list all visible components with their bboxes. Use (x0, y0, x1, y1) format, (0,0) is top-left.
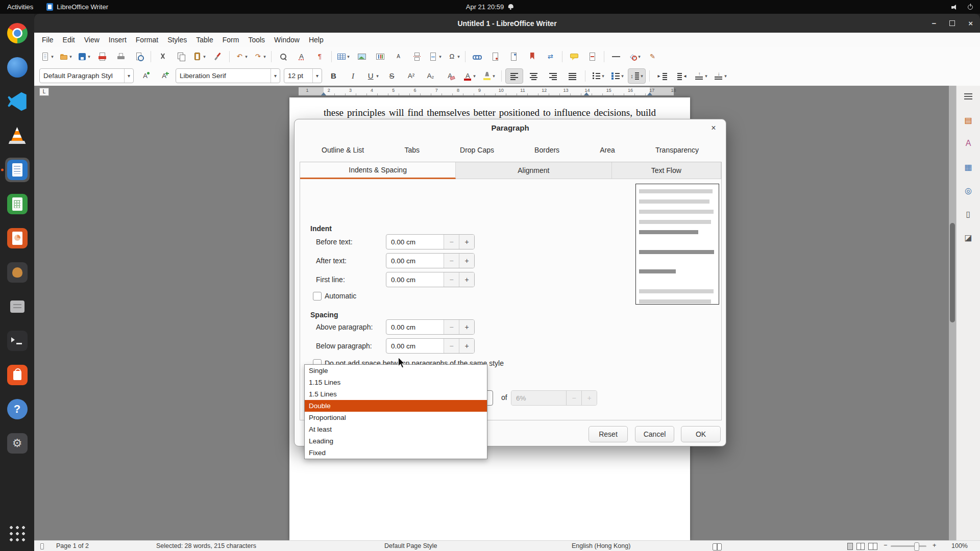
maximize-button[interactable] (949, 20, 955, 26)
dock-item-calc[interactable] (5, 192, 30, 216)
menu-item-help[interactable]: Help (304, 34, 328, 45)
document-status-icon[interactable] (39, 543, 46, 551)
dialog-close-button[interactable]: × (707, 122, 720, 134)
after-text-value[interactable]: 0.00 cm (386, 254, 444, 268)
navigator-button[interactable]: ◎ (961, 183, 976, 198)
tab-outline-list[interactable]: Outline & List (317, 144, 368, 156)
below-paragraph-value[interactable]: 0.00 cm (386, 339, 444, 353)
dialog-title[interactable]: Paragraph (295, 123, 726, 132)
insert-footnote-button[interactable] (486, 49, 504, 64)
menu-item-view[interactable]: View (80, 34, 104, 45)
window-titlebar[interactable]: Untitled 1 - LibreOffice Writer − × (34, 14, 980, 33)
menu-item-table[interactable]: Table (191, 34, 217, 45)
basic-shapes-button[interactable]: ◇▾ (625, 49, 643, 64)
chevron-down-icon[interactable]: ▾ (312, 69, 322, 83)
menu-item-window[interactable]: Window (270, 34, 304, 45)
line-spacing-option-1-15-lines[interactable]: 1.15 Lines (305, 377, 487, 388)
align-justify-button[interactable] (564, 68, 581, 84)
insert-endnote-button[interactable] (505, 49, 523, 64)
zoom-percent[interactable]: 100% (951, 542, 968, 549)
properties-button[interactable]: ▤ (961, 112, 976, 128)
formatting-marks-button[interactable]: ¶ (311, 49, 329, 64)
above-paragraph-spinner[interactable]: 0.00 cm − + (386, 319, 475, 335)
dock-item-settings[interactable]: ⚙ (5, 431, 30, 456)
chevron-down-icon[interactable]: ▾ (271, 69, 280, 83)
font-color-button[interactable]: A▾ (460, 68, 478, 84)
print-button[interactable] (112, 49, 130, 64)
below-paragraph-spinner[interactable]: 0.00 cm − + (386, 338, 475, 354)
page-button[interactable]: ▯ (961, 206, 976, 221)
para-space-decrease-button[interactable]: ↓▾ (712, 68, 729, 84)
plus-button[interactable]: + (459, 235, 474, 249)
print-preview-button[interactable] (130, 49, 148, 64)
insert-image-button[interactable] (353, 49, 371, 64)
increase-indent-button[interactable]: ▸ (653, 68, 671, 84)
open-button[interactable]: ▾ (57, 49, 75, 64)
horizontal-ruler[interactable]: 123456789101112131415161718 (299, 87, 674, 95)
zoom-out-button[interactable]: − (884, 542, 887, 549)
vertical-scrollbar[interactable] (949, 86, 956, 540)
minus-button[interactable]: − (444, 235, 459, 249)
tab-drop-caps[interactable]: Drop Caps (456, 144, 498, 156)
font-size-combo[interactable]: 12 pt ▾ (284, 68, 322, 83)
menu-item-form[interactable]: Form (218, 34, 244, 45)
above-paragraph-value[interactable]: 0.00 cm (386, 320, 444, 334)
special-character-button[interactable]: Ω▾ (445, 49, 462, 64)
volume-icon[interactable] (951, 4, 959, 11)
align-right-button[interactable] (544, 68, 562, 84)
focused-app-indicator[interactable]: LibreOffice Writer (46, 3, 108, 11)
dock-item-software[interactable] (5, 363, 30, 387)
dock-item-blue-app[interactable] (5, 55, 30, 80)
page-number-status[interactable]: Page 1 of 2 (56, 542, 89, 549)
word-count-status[interactable]: Selected: 28 words, 215 characters (156, 542, 256, 549)
right-indent-marker[interactable] (647, 92, 652, 95)
chevron-down-icon[interactable]: ▾ (124, 69, 133, 83)
clone-formatting-button[interactable] (209, 49, 227, 64)
line-spacing-option-leading[interactable]: Leading (305, 435, 487, 447)
line-spacing-option-double[interactable]: Double (305, 400, 487, 412)
minimize-button[interactable]: − (932, 19, 936, 28)
left-indent-marker[interactable] (321, 92, 326, 95)
tab-stop-type-selector[interactable]: L (39, 88, 49, 96)
first-line-value[interactable]: 0.00 cm (386, 272, 444, 287)
menu-item-format[interactable]: Format (131, 34, 163, 45)
page-break-button[interactable] (408, 49, 426, 64)
font-name-combo[interactable]: Liberation Serif ▾ (176, 68, 280, 83)
tab-borders[interactable]: Borders (530, 144, 564, 156)
automatic-checkbox[interactable] (313, 292, 322, 300)
plus-button[interactable]: + (459, 339, 474, 353)
ordered-list-button[interactable]: ▾ (608, 68, 626, 84)
minus-button[interactable]: − (444, 272, 459, 287)
clear-formatting-button[interactable]: A (441, 68, 459, 84)
underline-button[interactable]: U▾ (363, 68, 381, 84)
subscript-button[interactable]: A₂ (422, 68, 439, 84)
before-text-spinner[interactable]: 0.00 cm − + (386, 234, 475, 249)
menu-item-tools[interactable]: Tools (243, 34, 270, 45)
book-view-icon[interactable] (713, 543, 722, 551)
spelling-button[interactable]: A (292, 49, 310, 64)
after-text-spinner[interactable]: 0.00 cm − + (386, 253, 475, 268)
tab-transparency[interactable]: Transparency (651, 144, 703, 156)
superscript-button[interactable]: A² (402, 68, 420, 84)
power-icon[interactable] (967, 4, 974, 11)
plus-button[interactable]: + (459, 320, 474, 334)
dock-item-terminal[interactable] (5, 329, 30, 353)
tab-stop-marker[interactable] (584, 92, 589, 95)
new-style-button[interactable]: A (155, 68, 173, 84)
horizontal-line-button[interactable] (607, 49, 625, 64)
dock-item-game[interactable] (5, 260, 30, 285)
cancel-button[interactable]: Cancel (635, 426, 674, 442)
draw-functions-button[interactable]: ✎ (644, 49, 662, 64)
multi-page-view-button[interactable] (856, 543, 865, 550)
before-text-value[interactable]: 0.00 cm (386, 235, 444, 249)
menu-item-file[interactable]: File (37, 34, 58, 45)
menu-item-insert[interactable]: Insert (104, 34, 131, 45)
track-changes-button[interactable] (583, 49, 601, 64)
italic-button[interactable]: I (344, 68, 362, 84)
single-page-view-button[interactable] (847, 543, 853, 550)
minus-button[interactable]: − (444, 254, 459, 268)
gallery-button[interactable]: ▦ (961, 159, 976, 174)
export-pdf-button[interactable] (93, 49, 111, 64)
minus-button[interactable]: − (444, 320, 459, 334)
activities-button[interactable]: Activities (7, 3, 33, 11)
